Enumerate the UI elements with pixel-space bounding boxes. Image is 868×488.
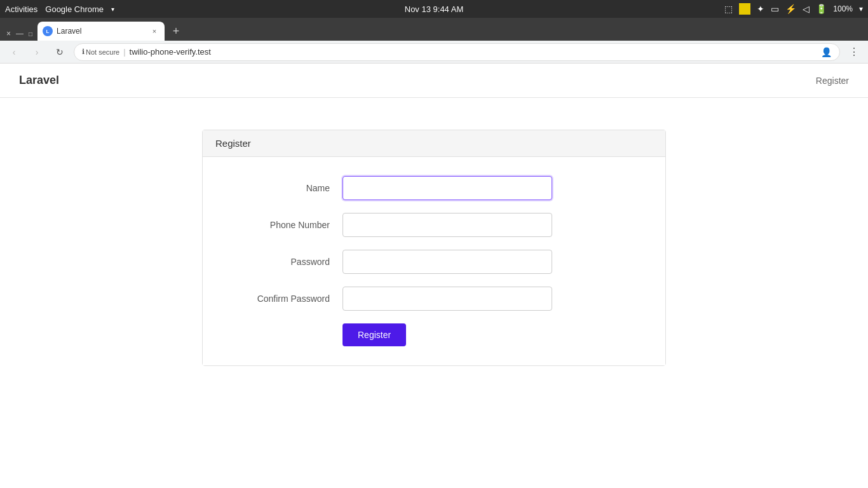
security-indicator: ℹ Not secure [82,48,119,56]
close-window-icon[interactable]: × [4,27,13,41]
address-bar[interactable]: ℹ Not secure | twilio-phone-verify.test … [74,43,840,61]
register-nav-link[interactable]: Register [816,76,849,86]
app-nav: Laravel Register [0,64,868,98]
name-form-row: Name [215,176,653,200]
password-label: Password [215,257,342,267]
form-title: Register [215,138,251,149]
password-form-row: Password [215,250,653,274]
sticky-notes-icon [739,3,750,15]
extension-icon: 👤 [821,47,832,57]
minimize-window-icon[interactable]: — [13,27,26,41]
tab-title: Laravel [57,27,146,36]
register-button[interactable]: Register [342,323,406,346]
display-icon: ▭ [771,4,779,14]
confirm-password-label: Confirm Password [215,294,342,304]
chrome-addressbar: ‹ › ↻ ℹ Not secure | twilio-phone-verify… [0,41,868,64]
form-body: Name Phone Number Password Confirm Passw… [203,157,665,365]
os-topbar-left: Activities Google Chrome ▾ [5,4,114,14]
users-icon: ✦ [757,4,764,14]
phone-form-row: Phone Number [215,213,653,237]
password-input[interactable] [342,250,552,274]
activities-label[interactable]: Activities [5,4,37,14]
chrome-titlebar: × — □ L Laravel × + [0,18,868,41]
dropdown-arrow-icon: ▾ [111,6,114,13]
name-label: Name [215,183,342,193]
tab-close-icon[interactable]: × [149,26,159,36]
svg-text:L: L [46,29,50,34]
os-topbar-right: ⬚ ✦ ▭ ⚡ ◁ 🔋 100% ▾ [724,3,863,15]
phone-label: Phone Number [215,220,342,230]
phone-input[interactable] [342,213,552,237]
security-label: Not secure [86,48,119,56]
app-brand[interactable]: Laravel [19,74,59,87]
info-icon: ℹ [82,48,85,56]
tab-favicon: L [43,26,53,36]
os-datetime: Nov 13 9:44 AM [405,4,464,14]
page-content: Laravel Register Register Name Phone Num… [0,64,868,488]
bluetooth-icon: ⚡ [785,4,796,14]
confirm-password-form-row: Confirm Password [215,287,653,311]
volume-icon: ◁ [803,4,810,14]
screenshot-icon: ⬚ [724,4,733,14]
chrome-menu-button[interactable]: ⋮ [845,43,863,61]
chrome-tab-bar: × — □ L Laravel × + [0,18,868,41]
browser-label[interactable]: Google Chrome [45,4,104,14]
address-url: twilio-phone-verify.test [130,47,211,57]
chrome-active-tab[interactable]: L Laravel × [37,22,165,41]
maximize-window-icon[interactable]: □ [26,28,35,40]
system-menu-arrow: ▾ [859,4,863,13]
battery-label: 100% [833,4,853,13]
address-separator: | [123,47,125,57]
form-actions: Register [215,323,653,346]
name-input[interactable] [342,176,552,200]
back-button[interactable]: ‹ [5,43,23,61]
register-form-container: Register Name Phone Number Password Conf… [202,130,666,366]
new-tab-button[interactable]: + [167,22,185,40]
battery-icon: 🔋 [816,4,827,14]
os-topbar: Activities Google Chrome ▾ Nov 13 9:44 A… [0,0,868,18]
confirm-password-input[interactable] [342,287,552,311]
form-header: Register [203,130,665,157]
reload-button[interactable]: ↻ [51,43,69,61]
app-nav-links: Register [816,76,849,86]
forward-button[interactable]: › [28,43,46,61]
